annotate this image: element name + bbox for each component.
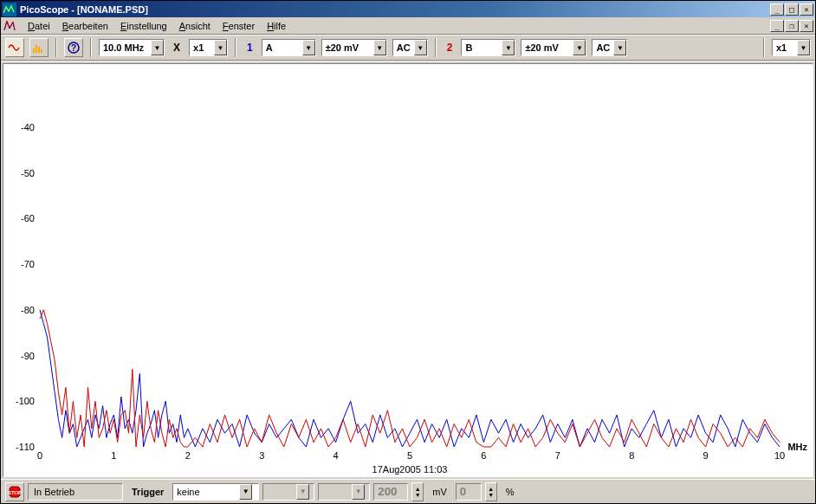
menu-bearbeiten[interactable]: Bearbeiten	[56, 19, 114, 33]
dropdown-arrow-icon[interactable]: ▼	[414, 40, 427, 55]
stop-button[interactable]: STOP	[5, 482, 24, 501]
timebase-value: 10.0 MHz	[103, 42, 151, 53]
svg-text:MHz: MHz	[787, 442, 807, 452]
document-icon	[3, 19, 16, 33]
svg-text:3: 3	[259, 450, 264, 461]
svg-text:6: 6	[481, 450, 486, 461]
help-button[interactable]: ?	[64, 38, 83, 57]
svg-text:-40: -40	[21, 122, 35, 132]
x-zoom-combo[interactable]: x1 ▼	[189, 39, 228, 56]
ch2-coupling-combo[interactable]: AC ▼	[592, 39, 627, 56]
svg-rect-3	[38, 47, 40, 53]
dropdown-arrow-icon[interactable]: ▼	[502, 40, 515, 55]
pct-unit: %	[501, 487, 520, 497]
ch1-label: 1	[243, 42, 256, 54]
dropdown-arrow-icon[interactable]: ▼	[797, 40, 810, 55]
svg-text:-60: -60	[21, 213, 35, 223]
svg-text:-90: -90	[21, 351, 35, 361]
dropdown-arrow-icon[interactable]: ▼	[573, 40, 586, 55]
dropdown-arrow-icon[interactable]: ▼	[302, 40, 315, 55]
dropdown-arrow-icon[interactable]: ▼	[214, 40, 227, 55]
ch2-source-value: B	[465, 42, 502, 53]
ch1-range-combo[interactable]: ±20 mV ▼	[321, 39, 387, 56]
trigger-pct-input	[456, 483, 482, 501]
level-unit: mV	[427, 487, 452, 497]
trigger-level-input	[373, 483, 408, 501]
svg-text:8: 8	[629, 450, 634, 461]
pct-spinner: ▲▼	[485, 482, 497, 501]
mdi-close-button[interactable]: ×	[800, 20, 813, 32]
ch1-coupling-value: AC	[397, 42, 414, 53]
chart-canvas[interactable]: -40-50-60-70-80-90-100-110012345678910MH…	[3, 63, 813, 477]
ch2-range-combo[interactable]: ±20 mV ▼	[521, 39, 586, 56]
ch2-coupling-value: AC	[596, 42, 613, 53]
svg-text:0: 0	[37, 450, 42, 461]
svg-text:2: 2	[185, 450, 191, 461]
svg-text:-110: -110	[16, 442, 35, 452]
close-button[interactable]: ×	[800, 3, 813, 16]
x-zoom-value: x1	[193, 42, 214, 53]
svg-text:-100: -100	[16, 396, 35, 406]
ch1-range-value: ±20 mV	[326, 42, 373, 53]
spectrum-bars-icon	[32, 42, 46, 54]
toolbar: ? 10.0 MHz ▼ X x1 ▼ 1 A ▼ ±20 mV ▼ AC ▼ …	[1, 35, 815, 61]
trigger-mode-value: keine	[177, 487, 239, 497]
svg-text:?: ?	[71, 43, 76, 53]
scope-mode-button[interactable]	[5, 38, 24, 57]
stop-icon: STOP	[8, 485, 22, 499]
timebase-combo[interactable]: 10.0 MHz ▼	[99, 39, 165, 56]
dropdown-arrow-icon[interactable]: ▼	[613, 40, 626, 55]
svg-text:-70: -70	[21, 259, 35, 269]
minimize-button[interactable]: _	[770, 3, 784, 16]
dropdown-arrow-icon[interactable]: ▼	[239, 484, 252, 500]
menubar: Datei Bearbeiten Einstellung Ansicht Fen…	[1, 17, 815, 35]
y-zoom-combo[interactable]: x1 ▼	[772, 39, 811, 56]
ch2-label: 2	[444, 42, 457, 54]
mdi-restore-button[interactable]: ❐	[785, 20, 799, 32]
window-titlebar: PicoScope - [NONAME.PSD] _ □ ×	[1, 1, 815, 17]
svg-text:4: 4	[334, 450, 339, 461]
trigger-mode-combo[interactable]: keine ▼	[172, 483, 259, 501]
ch1-source-combo[interactable]: A ▼	[262, 39, 316, 56]
dropdown-arrow-icon: ▼	[352, 484, 365, 500]
svg-text:5: 5	[407, 450, 412, 461]
run-status-text: In Betrieb	[34, 487, 74, 497]
x-axis-label: X	[170, 42, 184, 54]
ch1-coupling-combo[interactable]: AC ▼	[392, 39, 428, 56]
level-spinner: ▲▼	[411, 482, 424, 501]
mdi-minimize-button[interactable]: _	[770, 20, 784, 32]
help-icon: ?	[67, 41, 81, 55]
svg-text:-50: -50	[21, 168, 35, 178]
dropdown-arrow-icon[interactable]: ▼	[151, 40, 164, 55]
window-title: PicoScope - [NONAME.PSD]	[20, 4, 770, 15]
ch2-range-value: ±20 mV	[525, 42, 573, 53]
menu-einstellung[interactable]: Einstellung	[114, 19, 173, 33]
spectrum-mode-button[interactable]	[29, 38, 49, 57]
svg-rect-2	[36, 45, 37, 53]
chart-area: -40-50-60-70-80-90-100-110012345678910MH…	[1, 61, 815, 479]
svg-rect-1	[33, 48, 35, 53]
app-icon	[3, 3, 16, 16]
menu-datei[interactable]: Datei	[22, 19, 56, 33]
menu-fenster[interactable]: Fenster	[217, 19, 261, 33]
trigger-edge-combo: ▼	[318, 483, 370, 501]
run-status-panel: In Betrieb	[28, 483, 123, 501]
dropdown-arrow-icon[interactable]: ▼	[373, 40, 386, 55]
dropdown-arrow-icon: ▼	[296, 484, 309, 500]
svg-text:-80: -80	[21, 305, 35, 315]
svg-text:9: 9	[703, 450, 709, 461]
svg-rect-4	[41, 49, 42, 53]
trigger-label: Trigger	[126, 487, 169, 497]
maximize-button[interactable]: □	[785, 3, 799, 16]
statusbar: STOP In Betrieb Trigger keine ▼ ▼ ▼ ▲▼ m…	[1, 479, 815, 503]
svg-text:1: 1	[111, 450, 116, 461]
trigger-channel-combo: ▼	[262, 483, 314, 501]
menu-hilfe[interactable]: Hilfe	[261, 19, 292, 33]
ch2-source-combo[interactable]: B ▼	[461, 39, 515, 56]
y-zoom-value: x1	[776, 42, 797, 53]
svg-text:7: 7	[555, 450, 560, 461]
menu-ansicht[interactable]: Ansicht	[173, 19, 217, 33]
svg-text:17Aug2005  11:03: 17Aug2005 11:03	[372, 464, 448, 475]
ch1-source-value: A	[266, 42, 302, 53]
spectrum-chart: -40-50-60-70-80-90-100-110012345678910MH…	[3, 64, 813, 476]
